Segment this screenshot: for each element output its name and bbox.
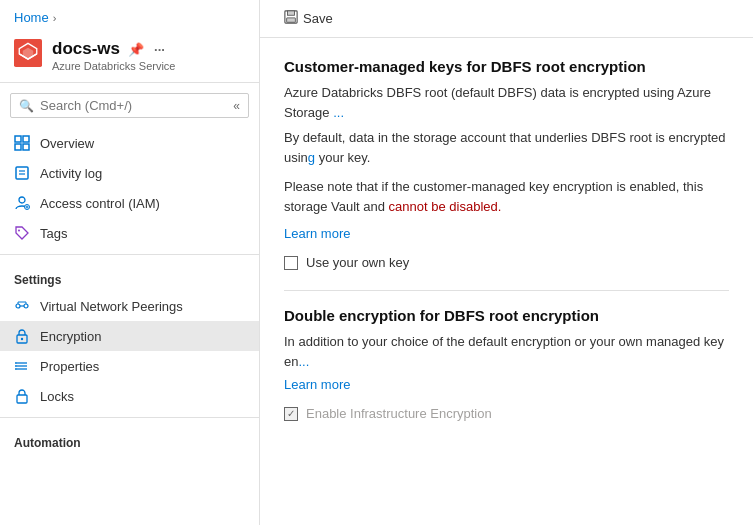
sidebar-item-virtual-network[interactable]: Virtual Network Peerings <box>0 291 259 321</box>
svg-point-12 <box>19 197 25 203</box>
sidebar-item-label: Access control (IAM) <box>40 196 160 211</box>
sidebar-item-overview[interactable]: Overview <box>0 128 259 158</box>
network-icon <box>14 298 30 314</box>
sidebar-brand: docs-ws 📌 ··· Azure Databricks Service <box>0 31 259 83</box>
svg-rect-7 <box>15 144 21 150</box>
pin-icon[interactable]: 📌 <box>126 40 146 59</box>
svg-rect-6 <box>23 136 29 142</box>
learn-more-link-1[interactable]: Learn more <box>284 226 350 241</box>
search-input[interactable] <box>40 98 240 113</box>
svg-point-29 <box>15 365 17 367</box>
svg-rect-5 <box>15 136 21 142</box>
overview-icon <box>14 135 30 151</box>
sidebar-item-activity-log[interactable]: Activity log <box>0 158 259 188</box>
use-own-key-row: Use your own key <box>284 255 729 270</box>
brand-subtitle: Azure Databricks Service <box>52 60 176 72</box>
more-options-icon[interactable]: ··· <box>152 40 167 59</box>
save-button[interactable]: Save <box>280 8 337 29</box>
svg-point-17 <box>16 304 20 308</box>
search-icon: 🔍 <box>19 99 34 113</box>
double-encryption-section: Double encryption for DBFS root encrypti… <box>284 307 729 421</box>
svg-point-28 <box>15 362 17 364</box>
encryption-lock-icon <box>14 328 30 344</box>
brand-text: docs-ws 📌 ··· Azure Databricks Service <box>52 39 176 72</box>
section1-description: Azure Databricks DBFS root (default DBFS… <box>284 83 729 122</box>
iam-icon <box>14 195 30 211</box>
sidebar-item-label: Virtual Network Peerings <box>40 299 183 314</box>
svg-point-18 <box>24 304 28 308</box>
main-content: Save Customer-managed keys for DBFS root… <box>260 0 753 525</box>
svg-point-16 <box>18 230 20 232</box>
save-label: Save <box>303 11 333 26</box>
properties-icon <box>14 358 30 374</box>
sidebar-item-label: Activity log <box>40 166 102 181</box>
settings-divider <box>0 254 259 255</box>
sidebar: Home › docs-ws 📌 ··· Azure Databricks Se… <box>0 0 260 525</box>
main-toolbar: Save <box>260 0 753 38</box>
brand-title-row: docs-ws 📌 ··· <box>52 39 176 59</box>
main-body: Customer-managed keys for DBFS root encr… <box>260 38 753 461</box>
section1-note: Please note that if the customer-managed… <box>284 177 729 216</box>
sidebar-collapse-icon[interactable]: « <box>233 99 240 113</box>
tags-icon <box>14 225 30 241</box>
learn-more-link-2[interactable]: Learn more <box>284 377 350 392</box>
svg-rect-31 <box>17 395 27 403</box>
sidebar-item-label: Properties <box>40 359 99 374</box>
azure-storage-link: ... <box>330 105 344 120</box>
sidebar-item-label: Encryption <box>40 329 101 344</box>
svg-rect-34 <box>287 18 296 22</box>
automation-divider <box>0 417 259 418</box>
sidebar-item-access-control[interactable]: Access control (IAM) <box>0 188 259 218</box>
databricks-logo-icon <box>14 39 42 67</box>
sidebar-item-encryption[interactable]: Encryption <box>0 321 259 351</box>
sidebar-item-label: Locks <box>40 389 74 404</box>
save-floppy-icon <box>284 10 298 27</box>
settings-section-title: Settings <box>0 261 259 291</box>
sidebar-item-label: Tags <box>40 226 67 241</box>
enable-infra-checkbox[interactable] <box>284 407 298 421</box>
enable-infra-label[interactable]: Enable Infrastructure Encryption <box>306 406 492 421</box>
sidebar-item-label: Overview <box>40 136 94 151</box>
sidebar-item-properties[interactable]: Properties <box>0 351 259 381</box>
section1-warning: By default, data in the storage account … <box>284 128 729 167</box>
svg-rect-9 <box>16 167 28 179</box>
customer-managed-keys-section: Customer-managed keys for DBFS root encr… <box>284 58 729 270</box>
sidebar-item-locks[interactable]: Locks <box>0 381 259 411</box>
use-own-key-label[interactable]: Use your own key <box>306 255 409 270</box>
search-bar[interactable]: 🔍 « <box>10 93 249 118</box>
svg-rect-8 <box>23 144 29 150</box>
svg-point-30 <box>15 368 17 370</box>
section1-title: Customer-managed keys for DBFS root encr… <box>284 58 729 75</box>
enable-infra-row: Enable Infrastructure Encryption <box>284 406 729 421</box>
svg-point-24 <box>21 338 23 340</box>
sidebar-nav: Overview Activity log Access control (IA… <box>0 124 259 458</box>
home-link[interactable]: Home <box>14 10 49 25</box>
section2-title: Double encryption for DBFS root encrypti… <box>284 307 729 324</box>
brand-name: docs-ws <box>52 39 120 59</box>
home-breadcrumb[interactable]: Home › <box>0 0 259 31</box>
activity-log-icon <box>14 165 30 181</box>
sidebar-item-tags[interactable]: Tags <box>0 218 259 248</box>
automation-section-title: Automation <box>0 424 259 454</box>
cannot-be-disabled-text: cannot be disabled. <box>389 199 502 214</box>
sections-divider <box>284 290 729 291</box>
locks-icon <box>14 388 30 404</box>
section2-description: In addition to your choice of the defaul… <box>284 332 729 371</box>
breadcrumb-chevron: › <box>53 12 57 24</box>
use-own-key-checkbox[interactable] <box>284 256 298 270</box>
svg-rect-33 <box>288 11 295 15</box>
